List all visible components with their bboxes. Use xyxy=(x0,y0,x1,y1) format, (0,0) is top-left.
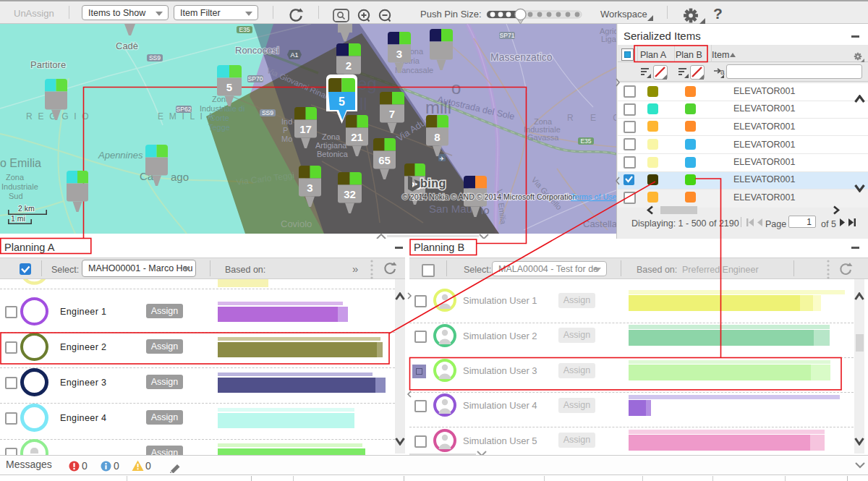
svg-text:R E G G: R E G G xyxy=(567,113,616,123)
svg-text:o: o xyxy=(451,78,461,98)
svg-text:Mo: Mo xyxy=(281,135,292,143)
svg-text:Roncocesi: Roncocesi xyxy=(235,45,279,56)
svg-text:E M I L I A: E M I L I A xyxy=(158,111,215,122)
svg-text:5: 5 xyxy=(339,95,345,108)
svg-text:© 2014 Nokia © AND © 2014 Micr: © 2014 Nokia © AND © 2014 Microsoft Corp… xyxy=(402,192,576,201)
svg-text:5: 5 xyxy=(226,81,232,93)
svg-text:32: 32 xyxy=(344,188,356,200)
svg-text:Zona: Zona xyxy=(6,173,25,182)
svg-text:2 km: 2 km xyxy=(18,204,35,213)
svg-text:A1: A1 xyxy=(290,51,298,59)
svg-text:Corte: Corte xyxy=(210,114,229,122)
svg-text:SP62: SP62 xyxy=(176,106,192,113)
svg-text:o Emilia: o Emilia xyxy=(0,157,41,169)
svg-text:Partitore: Partitore xyxy=(30,59,66,70)
svg-text:8: 8 xyxy=(434,131,440,143)
svg-text:✈: ✈ xyxy=(440,156,445,162)
svg-text:3: 3 xyxy=(396,48,402,60)
svg-text:3: 3 xyxy=(307,182,312,194)
svg-text:bing: bing xyxy=(420,177,446,190)
svg-text:ll: ll xyxy=(359,94,367,114)
svg-text:Zona: Zona xyxy=(322,132,341,141)
svg-text:65: 65 xyxy=(378,154,391,166)
svg-text:7: 7 xyxy=(389,108,395,120)
svg-text:Coviolo: Coviolo xyxy=(281,218,312,229)
svg-text:SS9: SS9 xyxy=(149,54,161,61)
svg-text:SP71: SP71 xyxy=(500,32,515,39)
svg-text:Tegge: Tegge xyxy=(208,123,230,132)
svg-text:ago: ago xyxy=(171,171,189,183)
svg-text:Massenzatico: Massenzatico xyxy=(490,51,553,63)
svg-text:SS9: SS9 xyxy=(262,109,273,116)
svg-text:E35: E35 xyxy=(580,137,591,145)
svg-text:E35: E35 xyxy=(239,26,250,33)
svg-text:Castellaz: Castellaz xyxy=(583,218,616,229)
svg-text:mili: mili xyxy=(425,98,451,117)
svg-text:Cadè: Cadè xyxy=(116,41,138,51)
svg-text:Industriale di: Industriale di xyxy=(200,104,244,113)
svg-text:eg: eg xyxy=(357,74,377,93)
svg-text:Industriale: Industriale xyxy=(1,182,38,191)
svg-text:2: 2 xyxy=(346,59,352,72)
svg-text:Ligab: Ligab xyxy=(601,35,616,43)
svg-text:Apennines: Apennines xyxy=(98,150,143,161)
svg-text:Sud: Sud xyxy=(9,192,23,200)
svg-text:Gavassa: Gavassa xyxy=(527,133,559,142)
svg-text:Ind: Ind xyxy=(281,117,292,126)
svg-text:17: 17 xyxy=(299,123,312,135)
svg-text:Betonica: Betonica xyxy=(317,150,349,158)
svg-text:Artigiana: Artigiana xyxy=(315,141,347,150)
svg-text:Terms of Use: Terms of Use xyxy=(571,192,616,201)
svg-text:a: a xyxy=(720,68,725,76)
svg-text:P: P xyxy=(283,126,288,135)
svg-text:1 mi: 1 mi xyxy=(11,214,25,223)
svg-text:21: 21 xyxy=(351,131,363,143)
svg-text:SP70: SP70 xyxy=(248,75,263,82)
